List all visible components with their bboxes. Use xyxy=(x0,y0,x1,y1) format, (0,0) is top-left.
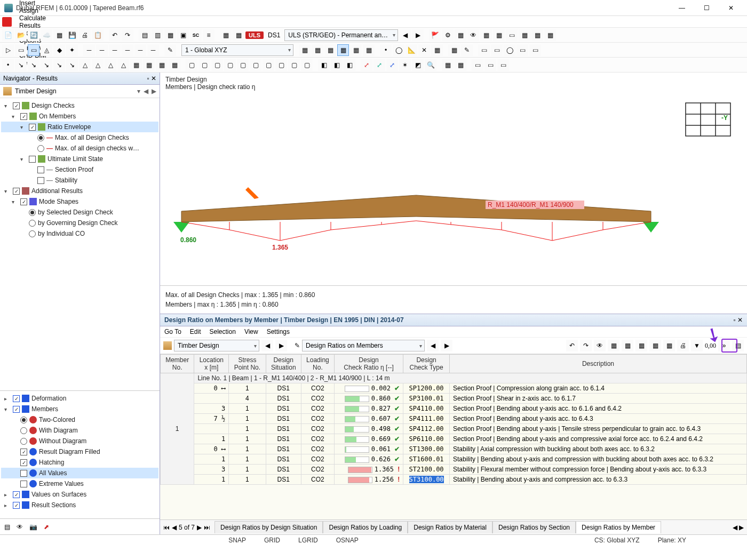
snap-toggle[interactable]: SNAP xyxy=(223,537,251,544)
script-icon[interactable]: ▣ xyxy=(177,29,189,41)
pick-icon[interactable]: ✎ xyxy=(164,44,176,56)
cursor-icon[interactable]: ▷ xyxy=(2,44,14,56)
paint-icon[interactable]: ▦ xyxy=(448,44,460,56)
ax4-icon[interactable]: ↘ xyxy=(53,59,65,71)
tree-item[interactable]: ▸Deformation xyxy=(1,393,158,404)
prev-page-icon[interactable]: ◀ xyxy=(172,524,177,531)
tree-item[interactable]: Hatching xyxy=(1,457,158,468)
next-icon[interactable]: ▶ xyxy=(412,29,424,41)
sq4-icon[interactable]: ▢ xyxy=(224,59,236,71)
h2-icon[interactable]: ▭ xyxy=(491,44,503,56)
ax2-icon[interactable]: ↘ xyxy=(28,59,39,71)
cube2-icon[interactable]: ◧ xyxy=(331,59,343,71)
radio[interactable] xyxy=(37,145,44,152)
t3-icon[interactable]: ✦ xyxy=(66,44,78,56)
table-row[interactable]: 4DS1CO20.860 ✔SP3100.01Section Proof | S… xyxy=(161,394,747,404)
osnap-toggle[interactable]: OSNAP xyxy=(331,537,364,544)
eye-icon[interactable]: 👁 xyxy=(17,523,23,531)
table-c-icon[interactable]: ▦ xyxy=(164,29,176,41)
checkbox[interactable] xyxy=(13,491,20,498)
tree-item[interactable]: by Selected Design Check xyxy=(1,207,158,218)
checkbox[interactable] xyxy=(13,502,20,509)
tab-design-ratios-by-design-situation[interactable]: Design Ratios by Design Situation xyxy=(214,521,323,533)
calc-icon[interactable]: ▦ xyxy=(431,44,443,56)
res-prev2-icon[interactable]: ◀ xyxy=(427,340,439,351)
table-row[interactable]: 11DS1CO21.256 !ST3100.00Stability | Bend… xyxy=(161,475,747,485)
circle-icon[interactable]: ◯ xyxy=(393,44,404,56)
sect3-icon[interactable]: ▭ xyxy=(497,59,509,71)
sq3-icon[interactable]: ▢ xyxy=(211,59,223,71)
tree-item[interactable]: ▾Ratio Envelope xyxy=(1,122,158,132)
checkbox[interactable] xyxy=(29,124,36,131)
col-header[interactable]: DesignCheck Ratio η [--] xyxy=(334,355,403,373)
xxx-a-icon[interactable]: ▦ xyxy=(130,59,142,71)
xxx-b-icon[interactable]: ▦ xyxy=(143,59,155,71)
layers-icon[interactable]: ▤ xyxy=(4,523,10,531)
line6-icon[interactable]: ─ xyxy=(147,44,159,56)
last-page-icon[interactable]: ⏭ xyxy=(204,524,210,531)
table-row[interactable]: 0 ⟷1DS1CO20.002 ✔SP1200.00Section Proof … xyxy=(161,383,747,394)
tab-design-ratios-by-loading[interactable]: Design Ratios by Loading xyxy=(323,521,408,533)
result-view-select[interactable]: Design Ratios on Members xyxy=(302,340,425,351)
results-menu-view[interactable]: View xyxy=(244,328,258,335)
checkbox[interactable] xyxy=(20,470,27,477)
results-menu-settings[interactable]: Settings xyxy=(267,328,290,335)
tree-item[interactable]: Without Diagram xyxy=(1,436,158,446)
tree-item[interactable]: With Diagram xyxy=(1,425,158,436)
nav-next-icon[interactable]: ▶ xyxy=(152,87,156,95)
table-r1-icon[interactable]: ▦ xyxy=(622,340,633,351)
table-row[interactable]: 31DS1CO20.827 ✔SP4110.00Section Proof | … xyxy=(161,404,747,414)
table-row[interactable]: 7 ½1DS1CO20.607 ✔SP4111.00Section Proof … xyxy=(161,414,747,424)
sq2-icon[interactable]: ▢ xyxy=(198,59,210,71)
sc-icon[interactable]: SC xyxy=(190,29,202,41)
tree-item[interactable]: by Governing Design Check xyxy=(1,218,158,228)
first-page-icon[interactable]: ⏮ xyxy=(163,524,170,531)
filter-icon[interactable]: ▼ xyxy=(691,340,703,351)
nav-prev-icon[interactable]: ◀ xyxy=(144,87,148,95)
checkbox[interactable] xyxy=(20,198,27,205)
dot-icon[interactable]: • xyxy=(380,44,392,56)
minimize-button[interactable]: — xyxy=(670,1,694,15)
radio[interactable] xyxy=(29,230,36,237)
sq6-icon[interactable]: ▢ xyxy=(250,59,261,71)
results-pane-controls[interactable]: ▫ ✕ xyxy=(733,316,743,324)
sq7-icon[interactable]: ▢ xyxy=(263,59,274,71)
table-row[interactable]: 11DS1CO20.626 ✔ST1600.01Stability | Bend… xyxy=(161,454,747,465)
h3-icon[interactable]: ◯ xyxy=(504,44,515,56)
xxx1-icon[interactable]: ▦ xyxy=(455,29,466,41)
gear-icon[interactable]: ⚙ xyxy=(442,29,454,41)
h1-icon[interactable]: ▭ xyxy=(478,44,490,56)
meas-icon[interactable]: 📐 xyxy=(406,44,417,56)
copy-icon[interactable]: 📋 xyxy=(92,29,104,41)
camera-icon[interactable]: 📷 xyxy=(29,523,37,531)
module-select[interactable]: Timber Design xyxy=(174,340,259,351)
ax1-icon[interactable]: ↘ xyxy=(15,59,27,71)
menu-calculate[interactable]: Calculate xyxy=(15,14,51,22)
blocks-icon[interactable]: ▦ xyxy=(53,29,65,41)
sup1-icon[interactable]: △ xyxy=(79,59,91,71)
col-header[interactable]: LoadingNo. xyxy=(301,355,334,373)
checkbox[interactable] xyxy=(37,177,44,184)
prev-icon[interactable]: ◀ xyxy=(399,29,411,41)
open-icon[interactable]: 📂 xyxy=(15,29,27,41)
grid-c-icon[interactable]: ▦ xyxy=(324,44,336,56)
undo2-icon[interactable]: ↶ xyxy=(566,340,578,351)
sect2-icon[interactable]: ▭ xyxy=(484,59,496,71)
res-next2-icon[interactable]: ▶ xyxy=(441,340,452,351)
xxx3-icon[interactable]: ▦ xyxy=(519,29,530,41)
grid-e-icon[interactable]: ▦ xyxy=(350,44,362,56)
col-header[interactable]: Locationx [m] xyxy=(194,355,229,373)
tree-item[interactable]: Result Diagram Filled xyxy=(1,446,158,457)
menu-results[interactable]: Results xyxy=(15,22,51,29)
tree-item[interactable]: ▾On Members xyxy=(1,111,158,122)
rect-icon[interactable]: ▭ xyxy=(15,44,27,56)
coord-system-select[interactable]: 1 - Global XYZ xyxy=(181,44,293,56)
line2-icon[interactable]: ─ xyxy=(96,44,108,56)
table-b-icon[interactable]: ▥ xyxy=(152,29,163,41)
tree-item[interactable]: Two-Colored xyxy=(1,414,158,425)
select-icon[interactable]: ▭ xyxy=(28,44,39,56)
radio[interactable] xyxy=(37,134,44,141)
grid-b-icon[interactable]: ▦ xyxy=(312,44,323,56)
radio[interactable] xyxy=(29,220,36,227)
navigator-tree[interactable]: ▾Design Checks▾On Members▾Ratio Envelope… xyxy=(0,98,160,390)
